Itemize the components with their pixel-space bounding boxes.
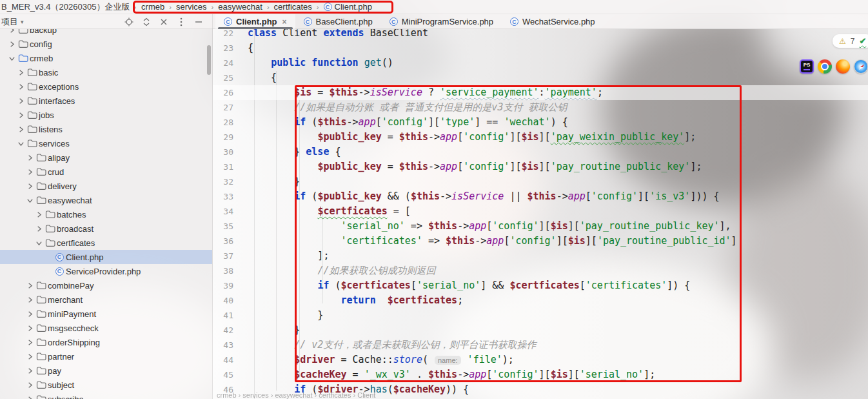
inspections-widget[interactable]: ⚠ 7 ✔ xyxy=(833,34,868,48)
code-line-35[interactable]: 35 'serial_no' => $this->app['config'][$… xyxy=(213,219,868,234)
tab-baseclient-php[interactable]: CBaseClient.php xyxy=(295,14,381,29)
tree-item-crmeb[interactable]: crmeb xyxy=(0,51,213,65)
tree-item-merchant[interactable]: merchant xyxy=(0,292,213,307)
breadcrumb-item-services[interactable]: services xyxy=(176,2,207,12)
tree-item-subject[interactable]: subject xyxy=(0,378,213,392)
tree-item-config[interactable]: config xyxy=(0,37,213,51)
chevron-right-icon[interactable] xyxy=(25,181,35,191)
chrome-icon[interactable] xyxy=(818,59,832,74)
breadcrumb-item-crmeb[interactable]: crmeb xyxy=(141,2,164,12)
code-line-26[interactable]: 26 $is = $this->isService ? 'service_pay… xyxy=(213,85,868,100)
code-line-45[interactable]: 45 $cacheKey = '_wx_v3' . $this->app['co… xyxy=(213,367,868,382)
tree-item-easywechat[interactable]: easywechat xyxy=(0,193,213,207)
code-line-24[interactable]: 24 public function get() xyxy=(213,56,868,70)
code-line-39[interactable]: 39 if ($certficates['serial_no'] && $cer… xyxy=(213,278,868,293)
chevron-down-icon[interactable] xyxy=(15,138,26,148)
tree-item-broadcast[interactable]: broadcast xyxy=(0,221,213,236)
tab-client-php[interactable]: CClient.php× xyxy=(215,14,295,29)
chevron-right-icon[interactable] xyxy=(25,309,35,319)
chevron-right-icon[interactable] xyxy=(6,39,17,49)
tree-scrollbar[interactable] xyxy=(207,45,211,75)
chevron-right-icon[interactable] xyxy=(6,29,17,35)
chevron-right-icon[interactable] xyxy=(25,365,35,376)
chevron-right-icon[interactable] xyxy=(25,280,35,291)
chevron-right-icon[interactable] xyxy=(25,394,35,399)
tree-item-partner[interactable]: partner xyxy=(0,349,213,363)
code-line-28[interactable]: 28 if ($this->app['config']['type'] == '… xyxy=(213,115,868,130)
code-line-32[interactable]: 32 } xyxy=(213,174,868,189)
code-line-44[interactable]: 44 $driver = Cache::store( name: 'file')… xyxy=(213,353,868,367)
code-line-25[interactable]: 25 { xyxy=(213,70,868,85)
chevron-right-icon[interactable] xyxy=(25,380,35,390)
tree-item-jobs[interactable]: jobs xyxy=(0,108,213,122)
chevron-right-icon[interactable] xyxy=(25,167,35,177)
chevron-right-icon[interactable] xyxy=(34,223,44,234)
code-editor[interactable]: 22class Client extends BaseClient23{24 p… xyxy=(213,29,868,399)
chevron-right-icon[interactable] xyxy=(15,81,26,92)
tree-item-backup[interactable]: backup xyxy=(0,29,213,37)
chevron-right-icon[interactable] xyxy=(34,209,44,220)
tab-miniprogramservice-php[interactable]: CMiniProgramService.php xyxy=(381,14,502,29)
tree-item-delivery[interactable]: delivery xyxy=(0,179,213,193)
breadcrumb-item-client-php[interactable]: CClient.php xyxy=(324,2,373,12)
code-line-22[interactable]: 22class Client extends BaseClient xyxy=(213,29,868,41)
close-icon[interactable]: × xyxy=(282,17,287,26)
project-panel-title[interactable]: 项目 ▾ xyxy=(1,16,24,28)
tree-item-services[interactable]: services xyxy=(0,136,213,150)
locate-icon[interactable] xyxy=(124,17,133,26)
chevron-down-icon[interactable] xyxy=(6,53,17,63)
tree-item-crud[interactable]: crud xyxy=(0,165,213,179)
chevron-right-icon[interactable] xyxy=(15,96,26,106)
more-options-icon[interactable] xyxy=(177,17,186,26)
code-line-23[interactable]: 23{ xyxy=(213,41,868,56)
chevron-down-icon[interactable] xyxy=(25,195,35,205)
tree-item-exceptions[interactable]: exceptions xyxy=(0,79,213,94)
code-line-42[interactable]: 42 } xyxy=(213,323,868,338)
project-panel-toolbar xyxy=(124,17,203,26)
code-line-43[interactable]: 43 // v2支付，或者是未获取到公钥，则平台证书获取操作 xyxy=(213,338,868,353)
tree-item-msgseccheck[interactable]: msgseccheck xyxy=(0,321,213,335)
chevron-right-icon[interactable] xyxy=(15,110,26,120)
code-line-30[interactable]: 30 } else { xyxy=(213,145,868,159)
hide-panel-icon[interactable] xyxy=(194,17,203,26)
safari-icon[interactable] xyxy=(854,59,868,74)
firefox-icon[interactable] xyxy=(836,59,850,74)
breadcrumb-item-easywechat[interactable]: easywechat xyxy=(218,2,262,12)
code-line-31[interactable]: 31 $public_key = $this->app['config'][$i… xyxy=(213,159,868,174)
code-line-41[interactable]: 41 } xyxy=(213,308,868,323)
chevron-right-icon[interactable] xyxy=(25,351,35,362)
tree-item-combinepay[interactable]: combinePay xyxy=(0,278,213,292)
breadcrumb-item-certficates[interactable]: certficates xyxy=(274,2,312,12)
tree-item-serviceprovider-php[interactable]: CServiceProvider.php xyxy=(0,264,213,278)
tree-item-client-php[interactable]: CClient.php xyxy=(0,250,213,264)
code-line-34[interactable]: 34 $certficates = [ xyxy=(213,204,868,219)
expand-all-icon[interactable] xyxy=(142,17,151,26)
tree-item-interfaces[interactable]: interfaces xyxy=(0,94,213,108)
tree-item-pay[interactable]: pay xyxy=(0,363,213,378)
tree-item-minipayment[interactable]: miniPayment xyxy=(0,307,213,321)
code-line-36[interactable]: 36 'certificates' => $this->app['config'… xyxy=(213,234,868,249)
tree-item-certficates[interactable]: certficates xyxy=(0,236,213,250)
tree-item-basic[interactable]: basic xyxy=(0,65,213,79)
tab-wechatservice-php[interactable]: CWechatService.php xyxy=(502,14,604,29)
code-line-29[interactable]: 29 $public_key = $this->app['config'][$i… xyxy=(213,130,868,145)
tree-item-batches[interactable]: batches xyxy=(0,207,213,221)
tree-item-alipay[interactable]: alipay xyxy=(0,150,213,165)
code-line-27[interactable]: 27 //如果是自动分账 或者 普通支付但是用的是v3支付 获取公钥 xyxy=(213,100,868,115)
chevron-right-icon[interactable] xyxy=(25,323,35,333)
chevron-right-icon[interactable] xyxy=(25,152,35,163)
code-line-38[interactable]: 38 //如果获取公钥成功则返回 xyxy=(213,263,868,278)
code-line-33[interactable]: 33 if ($public_key && ($this->isService … xyxy=(213,189,868,204)
tree-item-listens[interactable]: listens xyxy=(0,122,213,136)
collapse-all-icon[interactable] xyxy=(159,17,168,26)
tree-item-subscribe[interactable]: subscribe xyxy=(0,392,213,399)
chevron-right-icon[interactable] xyxy=(25,294,35,305)
tree-item-ordershipping[interactable]: orderShipping xyxy=(0,335,213,349)
chevron-right-icon[interactable] xyxy=(25,337,35,347)
chevron-right-icon[interactable] xyxy=(15,124,26,134)
chevron-down-icon[interactable] xyxy=(34,238,44,248)
photoshop-icon[interactable]: PS xyxy=(800,59,814,74)
code-line-37[interactable]: 37 ]; xyxy=(213,249,868,263)
code-line-40[interactable]: 40 return $certficates; xyxy=(213,293,868,308)
chevron-right-icon[interactable] xyxy=(15,67,26,77)
